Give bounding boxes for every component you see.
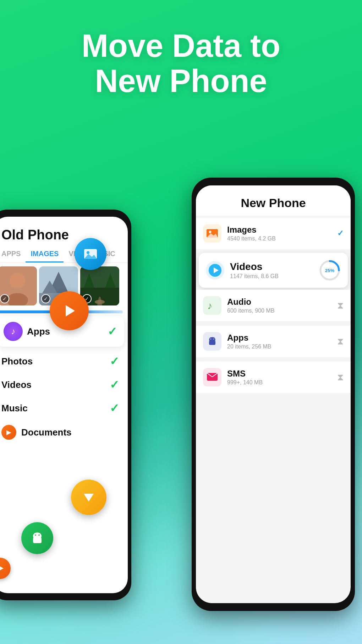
np-images-name: Images: [227, 225, 331, 235]
divider-1: [203, 251, 344, 251]
old-phone-title: Old Phone: [0, 217, 128, 246]
np-videos-meta: 1147 items, 8.6 GB: [230, 273, 313, 280]
divider-3: [203, 359, 344, 359]
np-apps-status: ⧗: [337, 336, 344, 347]
svg-rect-33: [209, 341, 215, 345]
np-apps-meta: 20 items, 256 MB: [227, 343, 331, 350]
np-sms-icon: [203, 368, 221, 386]
tab-apps[interactable]: APPS: [0, 246, 26, 263]
apps-icon-svg: [206, 335, 219, 348]
check-mountain: ✓: [41, 294, 50, 303]
apps-music-icon: ♪: [4, 322, 23, 341]
np-progress-text: 25%: [325, 268, 334, 273]
np-videos-progress: 25%: [319, 259, 341, 281]
android-icon-svg: [29, 530, 45, 546]
new-phone-title: New Phone: [196, 185, 351, 216]
np-apps-icon: [203, 332, 221, 351]
np-audio-status: ⧗: [337, 300, 344, 311]
np-audio-meta: 600 items, 900 MB: [227, 308, 331, 314]
np-apps-name: Apps: [227, 333, 331, 343]
svg-rect-18: [33, 537, 42, 543]
bubble-photo-icon: [75, 238, 106, 270]
photos-row[interactable]: Photos ✓: [0, 350, 128, 373]
sms-icon-svg: [206, 371, 219, 384]
np-audio-info: Audio 600 items, 900 MB: [227, 297, 331, 314]
hero-title: Move Data to New Phone: [0, 28, 362, 99]
svg-point-13: [87, 251, 89, 254]
np-item-sms[interactable]: SMS 999+, 140 MB ⧗: [196, 362, 351, 393]
divider-2: [203, 323, 344, 324]
np-images-status: ✓: [337, 229, 344, 238]
svg-marker-16: [84, 494, 94, 502]
check-face: ✓: [0, 294, 9, 303]
np-audio-name: Audio: [227, 297, 331, 307]
play-icon-svg: [61, 303, 77, 319]
documents-icon: ▶: [1, 425, 16, 440]
arrow-down-svg: [81, 489, 97, 505]
np-sms-status: ⧗: [337, 372, 344, 383]
bubble-play-icon: [50, 291, 89, 330]
svg-marker-23: [0, 565, 4, 572]
videos-label: Videos: [1, 379, 32, 390]
np-item-apps[interactable]: Apps 20 items, 256 MB ⧗: [196, 326, 351, 357]
svg-marker-15: [66, 305, 75, 316]
np-images-icon: [203, 224, 221, 243]
np-item-images[interactable]: Images 4540 items, 4.2 GB ✓: [196, 218, 351, 249]
svg-point-25: [209, 231, 212, 233]
thumb-forest: ✓: [80, 266, 119, 305]
np-apps-info: Apps 20 items, 256 MB: [227, 333, 331, 350]
new-phone-screen: New Phone Images 4540 items, 4.2 GB ✓: [196, 185, 351, 603]
np-sms-info: SMS 999+, 140 MB: [227, 369, 331, 386]
photo-icon-svg: [83, 246, 98, 262]
play2-svg: [0, 563, 5, 573]
music-check: ✓: [110, 401, 119, 415]
old-phone-frame: Old Phone APPS IMAGES VI… MUSIC ✓: [0, 210, 131, 600]
music-row[interactable]: Music ✓: [0, 396, 128, 420]
music-label: Music: [1, 403, 28, 414]
videos-row[interactable]: Videos ✓: [0, 373, 128, 396]
videos-check: ✓: [110, 378, 119, 391]
old-phone-container: Old Phone APPS IMAGES VI… MUSIC ✓: [0, 210, 146, 636]
np-videos-name: Videos: [230, 261, 313, 272]
svg-point-1: [10, 273, 25, 288]
np-images-meta: 4540 items, 4.2 GB: [227, 236, 331, 242]
documents-row[interactable]: ▶ Documents: [0, 420, 128, 445]
documents-label: Documents: [21, 427, 72, 438]
audio-icon-svg: ♪: [206, 299, 219, 312]
apps-left: ♪ Apps: [4, 322, 50, 341]
np-images-info: Images 4540 items, 4.2 GB: [227, 225, 331, 242]
np-videos-icon: [206, 261, 224, 280]
images-icon-svg: [206, 227, 219, 240]
np-item-audio[interactable]: ♪ Audio 600 items, 900 MB ⧗: [196, 290, 351, 321]
svg-text:♪: ♪: [207, 300, 212, 311]
old-phone-tabs: APPS IMAGES VI… MUSIC: [0, 246, 128, 263]
new-phone-frame: New Phone Images 4540 items, 4.2 GB ✓: [192, 178, 355, 611]
old-phone-screen: Old Phone APPS IMAGES VI… MUSIC ✓: [0, 217, 128, 593]
hero-section: Move Data to New Phone: [0, 28, 362, 99]
thumb-face: ✓: [0, 266, 37, 305]
bubble-arrow-down: [71, 480, 106, 515]
np-item-videos[interactable]: Videos 1147 items, 8.6 GB 25%: [199, 253, 348, 288]
apps-label: Apps: [27, 326, 50, 337]
videos-icon-svg: [209, 264, 221, 277]
tab-images[interactable]: IMAGES: [26, 246, 64, 263]
new-phone-container: New Phone Images 4540 items, 4.2 GB ✓: [192, 178, 362, 639]
bubble-android-icon: [21, 522, 53, 554]
np-videos-info: Videos 1147 items, 8.6 GB: [230, 261, 313, 280]
np-sms-name: SMS: [227, 369, 331, 379]
apps-check: ✓: [108, 325, 117, 338]
photos-check: ✓: [110, 355, 119, 368]
np-audio-icon: ♪: [203, 296, 221, 315]
photos-label: Photos: [1, 356, 33, 367]
np-sms-meta: 999+, 140 MB: [227, 379, 331, 386]
